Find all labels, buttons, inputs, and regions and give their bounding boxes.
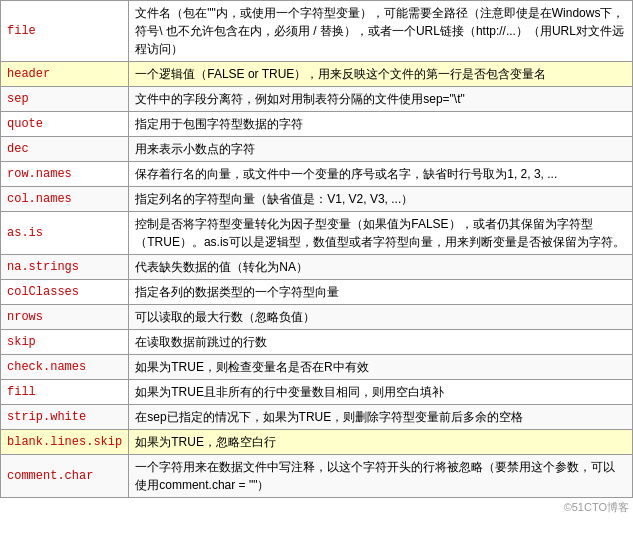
parameters-table: file文件名（包在""内，或使用一个字符型变量），可能需要全路径（注意即使是在… [0, 0, 633, 498]
param-desc: 用来表示小数点的字符 [129, 137, 633, 162]
param-name: fill [1, 380, 129, 405]
param-desc: 保存着行名的向量，或文件中一个变量的序号或名字，缺省时行号取为1, 2, 3, … [129, 162, 633, 187]
param-name: nrows [1, 305, 129, 330]
param-name: quote [1, 112, 129, 137]
param-desc: 在sep已指定的情况下，如果为TRUE，则删除字符型变量前后多余的空格 [129, 405, 633, 430]
param-desc: 文件中的字段分离符，例如对用制表符分隔的文件使用sep="\t" [129, 87, 633, 112]
param-desc: 指定各列的数据类型的一个字符型向量 [129, 280, 633, 305]
param-name: comment.char [1, 455, 129, 498]
param-name: check.names [1, 355, 129, 380]
param-desc: 如果为TRUE，则检查变量名是否在R中有效 [129, 355, 633, 380]
param-desc: 在读取数据前跳过的行数 [129, 330, 633, 355]
param-name: col.names [1, 187, 129, 212]
param-name: row.names [1, 162, 129, 187]
param-desc: 文件名（包在""内，或使用一个字符型变量），可能需要全路径（注意即使是在Wind… [129, 1, 633, 62]
param-desc: 一个字符用来在数据文件中写注释，以这个字符开头的行将被忽略（要禁用这个参数，可以… [129, 455, 633, 498]
param-name: colClasses [1, 280, 129, 305]
param-name: sep [1, 87, 129, 112]
footer-note: ©51CTO博客 [0, 498, 633, 517]
param-name: dec [1, 137, 129, 162]
param-desc: 一个逻辑值（FALSE or TRUE），用来反映这个文件的第一行是否包含变量名 [129, 62, 633, 87]
param-desc: 指定列名的字符型向量（缺省值是：V1, V2, V3, ...） [129, 187, 633, 212]
param-desc: 代表缺失数据的值（转化为NA） [129, 255, 633, 280]
param-name: na.strings [1, 255, 129, 280]
param-desc: 控制是否将字符型变量转化为因子型变量（如果值为FALSE），或者仍其保留为字符型… [129, 212, 633, 255]
param-name: file [1, 1, 129, 62]
param-name: blank.lines.skip [1, 430, 129, 455]
param-desc: 如果为TRUE，忽略空白行 [129, 430, 633, 455]
param-desc: 如果为TRUE且非所有的行中变量数目相同，则用空白填补 [129, 380, 633, 405]
param-desc: 可以读取的最大行数（忽略负值） [129, 305, 633, 330]
param-name: header [1, 62, 129, 87]
param-name: strip.white [1, 405, 129, 430]
param-name: skip [1, 330, 129, 355]
param-desc: 指定用于包围字符型数据的字符 [129, 112, 633, 137]
param-name: as.is [1, 212, 129, 255]
